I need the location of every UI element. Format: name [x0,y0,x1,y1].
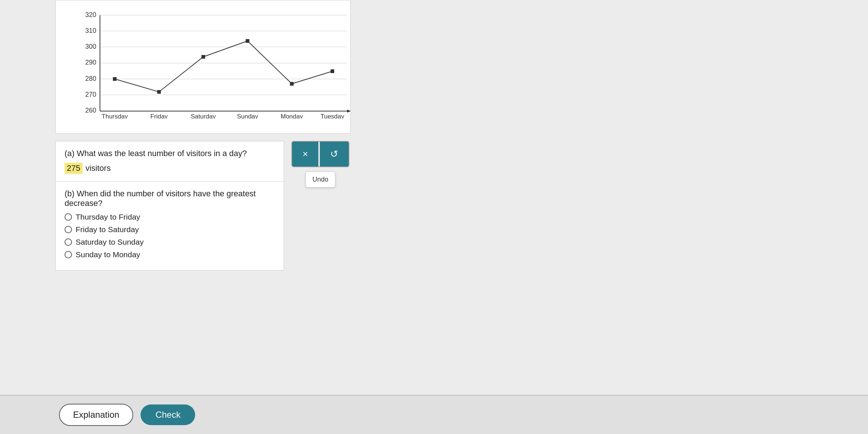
page-wrapper: 320 310 300 290 280 270 260 Thursday Fri… [0,0,868,434]
svg-text:Tuesday: Tuesday [321,113,345,118]
question-part-a: (a) What was the least number of visitor… [56,141,284,182]
svg-rect-29 [331,69,334,73]
radio-circle-1[interactable] [65,226,72,233]
answer-a: 275 visitors [65,163,275,174]
svg-text:290: 290 [85,59,96,66]
answer-a-value: 275 [65,163,83,174]
svg-rect-28 [290,82,294,86]
question-section: (a) What was the least number of visitor… [55,141,868,271]
svg-text:Sunday: Sunday [237,113,258,118]
bottom-bar: Explanation Check [0,395,868,434]
question-part-b: (b) When did the number of visitors have… [56,182,284,270]
action-panel: × ↺ Undo [291,141,349,187]
close-button[interactable]: × [292,142,318,166]
svg-text:310: 310 [85,27,96,34]
svg-rect-24 [113,77,117,81]
svg-text:Friday: Friday [150,113,168,118]
radio-label-3: Sunday to Monday [76,250,140,259]
line-chart: 320 310 300 290 280 270 260 Thursday Fri… [78,8,358,118]
svg-text:260: 260 [85,107,96,114]
undo-icon: ↺ [330,148,338,160]
undo-tooltip: Undo [305,172,335,187]
svg-marker-16 [347,110,351,113]
question-box: (a) What was the least number of visitor… [55,141,284,271]
chart-container: 320 310 300 290 280 270 260 Thursday Fri… [55,0,350,134]
question-a-text: (a) What was the least number of visitor… [65,149,275,158]
radio-label-2: Saturday to Sunday [76,238,143,247]
radio-label-1: Friday to Saturday [76,225,139,234]
explanation-button[interactable]: Explanation [59,404,133,426]
svg-text:Saturday: Saturday [191,113,216,118]
svg-text:Monday: Monday [281,113,303,118]
radio-label-0: Thursday to Friday [76,213,140,221]
radio-option-0[interactable]: Thursday to Friday [65,213,275,221]
close-icon: × [302,148,308,160]
radio-circle-3[interactable] [65,251,72,258]
undo-button[interactable]: ↺ [320,142,349,166]
svg-rect-26 [201,55,205,59]
svg-rect-25 [157,90,161,94]
radio-option-1[interactable]: Friday to Saturday [65,225,275,234]
question-b-text: (b) When did the number of visitors have… [65,189,275,208]
action-buttons-row: × ↺ [291,141,349,167]
radio-circle-0[interactable] [65,213,72,221]
radio-circle-2[interactable] [65,238,72,246]
svg-rect-27 [246,39,249,43]
radio-option-2[interactable]: Saturday to Sunday [65,238,275,247]
svg-text:300: 300 [85,43,96,50]
radio-option-3[interactable]: Sunday to Monday [65,250,275,259]
svg-text:320: 320 [85,11,96,18]
svg-text:280: 280 [85,75,96,82]
svg-text:Thursday: Thursday [102,113,128,118]
check-button[interactable]: Check [141,404,195,425]
undo-container: Undo [305,170,335,187]
svg-text:270: 270 [85,91,96,98]
answer-a-unit: visitors [86,163,111,173]
